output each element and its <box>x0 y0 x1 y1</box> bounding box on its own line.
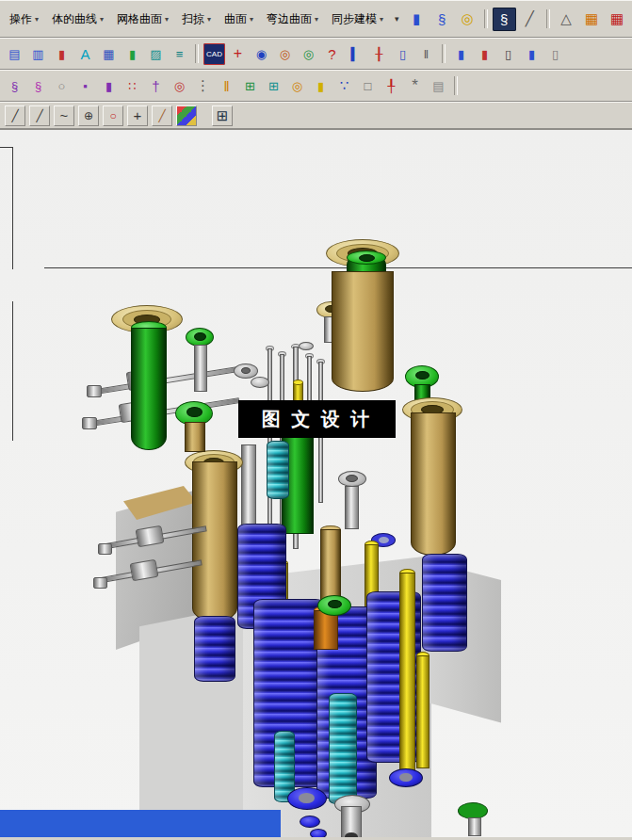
orbit-icon[interactable]: ◎ <box>274 43 296 65</box>
gear-icon[interactable]: * <box>404 75 426 97</box>
eye-icon[interactable]: ◉ <box>251 43 272 65</box>
retainer-ring[interactable] <box>310 829 327 837</box>
viewport-3d[interactable]: 图 文 设 计 <box>0 129 632 837</box>
coil-yellow-icon[interactable]: ◎ <box>456 8 479 31</box>
line3-icon[interactable]: ╱ <box>152 105 172 126</box>
bolt[interactable] <box>468 817 481 836</box>
locator-icon[interactable]: ◎ <box>169 75 190 97</box>
datum-line[interactable] <box>12 147 13 269</box>
spring-tool-icon[interactable]: § <box>493 8 516 31</box>
ejector-pin[interactable] <box>399 573 415 774</box>
circle-cross-icon[interactable]: ⊕ <box>78 105 99 126</box>
guide-bushing[interactable] <box>192 461 237 622</box>
spring-blue-icon[interactable]: § <box>430 8 454 31</box>
datum-line[interactable] <box>44 267 632 268</box>
datum-line[interactable] <box>12 301 13 441</box>
plus-icon[interactable]: + <box>127 105 148 126</box>
cooling-nipple[interactable] <box>82 417 97 429</box>
cad-badge-icon[interactable]: CAD <box>203 43 225 65</box>
cavity-teal-icon[interactable]: ⊞ <box>263 75 284 97</box>
trim-red-icon[interactable]: + <box>227 43 249 65</box>
menu-sweep[interactable]: 扫掠▾ <box>175 11 218 27</box>
coil-spring-small[interactable] <box>267 441 289 499</box>
menu-operation[interactable]: 操作▾ <box>3 11 45 27</box>
sheet-orange-icon[interactable]: ▦ <box>580 8 604 31</box>
column-red-icon[interactable]: ▮ <box>474 43 495 65</box>
washer[interactable] <box>251 377 269 388</box>
menu-synchronous-modeling[interactable]: 同步建模▾ <box>325 11 390 27</box>
menu-body-curve[interactable]: 体的曲线▾ <box>45 11 110 27</box>
text-icon[interactable]: A <box>74 43 96 65</box>
stud-icon[interactable]: ╂ <box>368 43 390 65</box>
double-column-icon[interactable]: ‖ <box>216 75 237 97</box>
watermark: 图 文 设 计 <box>238 400 396 438</box>
bolt-red-icon[interactable]: ╀ <box>381 75 402 97</box>
support-pin[interactable] <box>314 610 338 650</box>
screw-shaft[interactable] <box>185 422 205 452</box>
balls-icon[interactable]: ∵ <box>333 75 355 97</box>
cooling-nipple[interactable] <box>93 577 107 589</box>
palette-icon[interactable] <box>176 105 197 126</box>
datum-planes-icon[interactable]: ▤ <box>4 43 25 65</box>
sketch-icon[interactable]: ▥ <box>27 43 49 65</box>
bars-icon[interactable]: ▮ <box>51 43 73 65</box>
guide-bushing[interactable] <box>411 412 456 556</box>
menu-flange-surface[interactable]: 弯边曲面▾ <box>260 11 325 27</box>
guide-bushing[interactable] <box>332 271 394 392</box>
grid-icon[interactable]: ⊞ <box>212 105 233 126</box>
sketch-pen-icon[interactable]: ╱ <box>518 8 542 31</box>
column-blue-icon[interactable]: ▮ <box>450 43 472 65</box>
screw-shaft[interactable] <box>345 486 359 529</box>
o-ring-icon[interactable]: ◎ <box>286 75 308 97</box>
hatch-icon[interactable]: ▨ <box>145 43 167 65</box>
column-outline-icon[interactable]: ▯ <box>497 43 519 65</box>
list-icon[interactable]: ≡ <box>169 43 190 65</box>
pin-column-icon[interactable]: ▯ <box>392 43 413 65</box>
ejector-pin[interactable] <box>416 655 429 768</box>
draft-triangle-icon[interactable]: △ <box>555 8 578 31</box>
cooling-rod[interactable] <box>90 365 245 396</box>
line2-icon[interactable]: ╱ <box>29 105 50 126</box>
menu-label: 同步建模 <box>332 11 377 27</box>
points-icon[interactable]: ∷ <box>122 75 143 97</box>
washer[interactable] <box>299 342 314 350</box>
spline-icon[interactable]: ~ <box>54 105 74 126</box>
column-purple-icon[interactable]: ▮ <box>98 75 120 97</box>
wire-spring-icon[interactable]: § <box>27 75 49 97</box>
cooling-nipple[interactable] <box>98 543 112 555</box>
menu-label: 弯边曲面 <box>267 11 312 27</box>
menu-overflow-arrow[interactable]: ▾ <box>395 14 399 24</box>
coil-spring-small[interactable] <box>329 693 357 804</box>
extrude-icon[interactable]: ▮ <box>122 43 143 65</box>
coil-spring[interactable] <box>194 616 235 682</box>
mesh-red-icon[interactable]: ▦ <box>606 8 629 31</box>
cap-screw[interactable] <box>131 328 167 450</box>
screw-icon[interactable]: † <box>145 75 167 97</box>
menu-surface[interactable]: 曲面▾ <box>218 11 260 27</box>
pocket-green-icon[interactable]: ⊞ <box>239 75 261 97</box>
gauge-icon[interactable]: ▍ <box>345 43 366 65</box>
circle-red-icon[interactable]: ○ <box>103 105 123 126</box>
coil-spring[interactable] <box>422 554 467 652</box>
insert-icon[interactable]: ▪ <box>74 75 96 97</box>
help-icon[interactable]: ? <box>321 43 343 65</box>
sheet-icon[interactable]: ▤ <box>428 75 449 97</box>
ring-icon[interactable]: ○ <box>51 75 73 97</box>
column-blue2-icon[interactable]: ▮ <box>521 43 543 65</box>
dots-icon[interactable]: ⋮ <box>192 75 214 97</box>
spring-purple-icon[interactable]: § <box>4 75 25 97</box>
column-gray-icon[interactable]: ▯ <box>544 43 566 65</box>
box-icon[interactable]: □ <box>357 75 379 97</box>
cooling-nipple[interactable] <box>87 385 102 397</box>
menu-mesh-surface[interactable]: 网格曲面▾ <box>110 11 175 27</box>
datum-line[interactable] <box>0 147 13 148</box>
line1-icon[interactable]: ╱ <box>5 105 25 126</box>
checker-mesh-icon[interactable]: ▦ <box>98 43 120 65</box>
retainer-ring[interactable] <box>300 816 320 828</box>
sketch-tools: ╱╱~⊕○+╱ <box>3 105 199 126</box>
guide-pair-icon[interactable]: ‖ <box>415 43 437 65</box>
snap-target-icon[interactable]: ◎ <box>298 43 319 65</box>
pin-yellow-icon[interactable]: ▮ <box>310 75 332 97</box>
boss-icon[interactable]: ▮ <box>405 8 429 31</box>
screw-shaft[interactable] <box>194 345 207 392</box>
